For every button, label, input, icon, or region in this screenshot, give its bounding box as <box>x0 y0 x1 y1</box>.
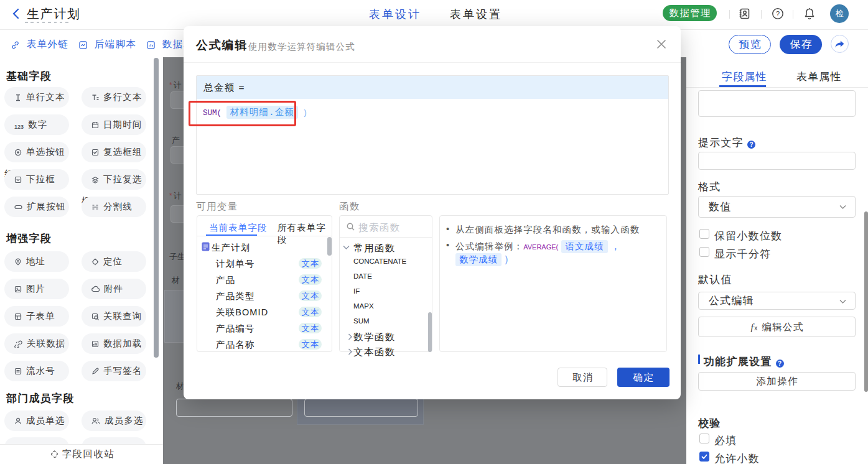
svg-text:?: ? <box>776 10 780 17</box>
